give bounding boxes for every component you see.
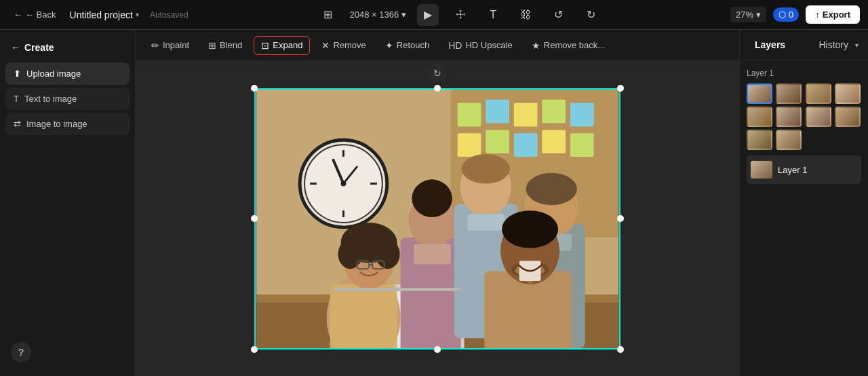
handle-top-right[interactable] bbox=[617, 85, 624, 92]
active-layer-thumbnail bbox=[751, 161, 772, 178]
text-tool-icon[interactable]: T bbox=[482, 4, 504, 26]
help-icon: ? bbox=[18, 347, 24, 358]
handle-top-left[interactable] bbox=[251, 85, 258, 92]
svg-rect-9 bbox=[542, 130, 566, 153]
upload-label: Upload image bbox=[26, 69, 81, 79]
export-label: Export bbox=[823, 10, 850, 20]
handle-bottom-left[interactable] bbox=[251, 346, 258, 353]
help-button[interactable]: ? bbox=[11, 342, 31, 362]
create-back-icon: ← bbox=[11, 42, 20, 53]
hd-upscale-icon: HD bbox=[448, 40, 462, 51]
zoom-control[interactable]: 27% ▾ bbox=[730, 7, 766, 22]
remove-tool-button[interactable]: ✕ Remove bbox=[314, 36, 373, 55]
back-label: ← Back bbox=[25, 10, 56, 20]
svg-point-20 bbox=[340, 181, 346, 186]
canvas-size-chevron-icon: ▾ bbox=[401, 10, 406, 20]
image-to-image-label: Image to image bbox=[26, 119, 87, 129]
project-name-wrapper[interactable]: Untitled project ▾ bbox=[70, 10, 139, 20]
svg-rect-4 bbox=[458, 133, 481, 157]
svg-point-30 bbox=[338, 239, 363, 269]
cursor-tool-icon[interactable]: ▶ bbox=[417, 4, 439, 26]
svg-rect-11 bbox=[570, 133, 594, 157]
sidebar-right-header: Layers History ▾ bbox=[740, 30, 868, 60]
redo-tool-icon[interactable]: ↻ bbox=[580, 4, 601, 26]
layer-thumbnail-9[interactable] bbox=[747, 130, 772, 150]
active-layer-item[interactable]: Layer 1 bbox=[747, 155, 861, 184]
export-icon: ↑ bbox=[815, 10, 820, 20]
svg-rect-55 bbox=[334, 287, 461, 290]
sidebar-item-upload[interactable]: ⬆ Upload image bbox=[5, 62, 130, 85]
handle-bottom-right[interactable] bbox=[617, 346, 624, 353]
layer-thumbnail-4[interactable] bbox=[835, 83, 861, 104]
layer-thumbnail-6[interactable] bbox=[776, 107, 802, 127]
canvas-size-display[interactable]: 2048 × 1366 ▾ bbox=[350, 10, 407, 20]
svg-rect-6 bbox=[514, 102, 538, 126]
sidebar-item-text-to-image[interactable]: T Text to image bbox=[5, 88, 130, 110]
layer-thumbnail-5[interactable] bbox=[747, 107, 772, 127]
blend-icon: ⊞ bbox=[208, 40, 216, 51]
tab-layers[interactable]: Layers bbox=[749, 37, 791, 53]
handle-mid-right[interactable] bbox=[617, 215, 624, 222]
remove-back-tool-button[interactable]: ★ Remove back... bbox=[524, 36, 612, 55]
layer-group-label: Layer 1 bbox=[747, 69, 861, 78]
toolbar: ✏ Inpaint ⊞ Blend ⊡ Expand ✕ Remove ✦ Re… bbox=[136, 30, 739, 61]
handle-bottom-mid[interactable] bbox=[434, 346, 441, 353]
project-name-chevron-icon: ▾ bbox=[136, 11, 139, 18]
svg-point-38 bbox=[421, 179, 443, 198]
export-button[interactable]: ↑ Export bbox=[806, 5, 860, 24]
retouch-tool-button[interactable]: ✦ Retouch bbox=[378, 36, 437, 55]
handle-top-mid[interactable] bbox=[434, 85, 441, 92]
layer-thumbnails-grid bbox=[747, 83, 861, 150]
back-icon: ← bbox=[14, 10, 22, 20]
resize-tool-icon[interactable]: ⊞ bbox=[317, 4, 339, 26]
layer-thumbnail-1[interactable] bbox=[747, 83, 772, 104]
canvas-refresh-button[interactable]: ↻ bbox=[428, 64, 447, 83]
remove-label: Remove bbox=[333, 40, 366, 50]
zoom-chevron-icon: ▾ bbox=[756, 10, 761, 20]
header-center-tools: ⊞ 2048 × 1366 ▾ ▶ ☩ T ⛓ ↺ ↻ bbox=[197, 4, 722, 26]
sidebar-left: ← Create ⬆ Upload image T Text to image … bbox=[0, 30, 136, 376]
image-to-image-icon: ⇄ bbox=[14, 119, 21, 129]
svg-rect-2 bbox=[458, 102, 481, 126]
svg-point-31 bbox=[376, 239, 400, 269]
tab-history[interactable]: History bbox=[813, 37, 854, 53]
header-right: 27% ▾ ⬡ 0 ↑ Export bbox=[730, 5, 860, 24]
handle-mid-left[interactable] bbox=[251, 215, 258, 222]
text-to-image-icon: T bbox=[14, 94, 19, 104]
hd-upscale-tool-button[interactable]: HD HD Upscale bbox=[441, 36, 520, 55]
blend-tool-button[interactable]: ⊞ Blend bbox=[201, 36, 250, 55]
canvas-column: ✏ Inpaint ⊞ Blend ⊡ Expand ✕ Remove ✦ Re… bbox=[136, 30, 739, 376]
header: ← ← Back Untitled project ▾ Autosaved ⊞ … bbox=[0, 0, 868, 30]
canvas-size-label: 2048 × 1366 bbox=[350, 10, 399, 20]
layer-thumbnail-10[interactable] bbox=[776, 130, 802, 150]
history-chevron-icon: ▾ bbox=[855, 41, 859, 49]
layer-thumbnail-8[interactable] bbox=[835, 107, 861, 127]
remove-back-icon: ★ bbox=[532, 40, 540, 51]
remove-icon: ✕ bbox=[321, 40, 330, 51]
canvas-area[interactable]: ↻ bbox=[136, 61, 739, 376]
layer-thumbnail-7[interactable] bbox=[806, 107, 831, 127]
retouch-icon: ✦ bbox=[385, 40, 393, 51]
inpaint-icon: ✏ bbox=[151, 40, 159, 51]
canvas-svg-image bbox=[256, 90, 619, 348]
remove-back-label: Remove back... bbox=[544, 40, 605, 50]
upload-icon: ⬆ bbox=[14, 69, 21, 79]
sidebar-item-image-to-image[interactable]: ⇄ Image to image bbox=[5, 113, 130, 135]
move-tool-icon[interactable]: ☩ bbox=[450, 4, 471, 26]
svg-point-50 bbox=[502, 210, 558, 248]
create-title-label: Create bbox=[24, 42, 54, 53]
layer-thumbnail-3[interactable] bbox=[806, 83, 831, 104]
link-tool-icon[interactable]: ⛓ bbox=[515, 4, 536, 26]
back-button[interactable]: ← ← Back bbox=[8, 7, 62, 22]
canvas-wrapper: ↻ bbox=[254, 88, 620, 350]
inpaint-tool-button[interactable]: ✏ Inpaint bbox=[144, 36, 197, 55]
layer-thumbnail-2[interactable] bbox=[776, 83, 802, 104]
svg-rect-27 bbox=[330, 284, 397, 347]
svg-rect-10 bbox=[570, 102, 594, 126]
expand-label: Expand bbox=[273, 40, 302, 50]
undo-tool-icon[interactable]: ↺ bbox=[547, 4, 569, 26]
credits-icon: ⬡ bbox=[778, 10, 786, 20]
expand-tool-button[interactable]: ⊡ Expand bbox=[254, 36, 310, 55]
zoom-level: 27% bbox=[736, 10, 753, 20]
credits-badge[interactable]: ⬡ 0 bbox=[773, 7, 799, 22]
